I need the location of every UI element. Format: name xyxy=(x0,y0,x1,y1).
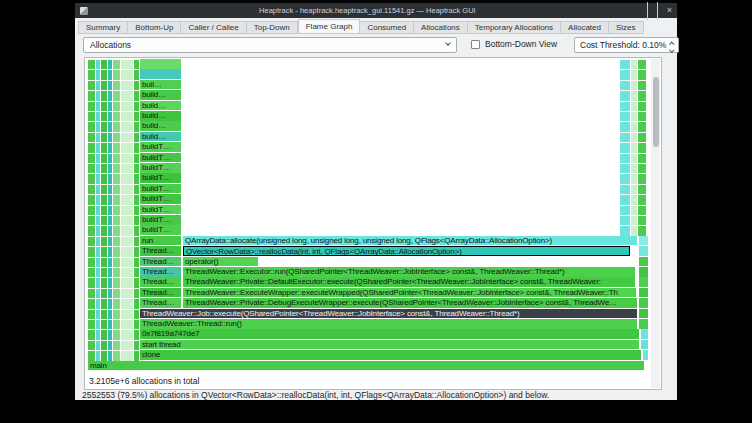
status-bar: 2552553 (79.5%) allocations in QVector<R… xyxy=(75,390,677,400)
minimize-button[interactable] xyxy=(647,2,648,20)
flame-graph-content: buil…build…build…build…build…build…build… xyxy=(88,58,648,389)
minimize-icon xyxy=(647,2,648,20)
flame-frame[interactable]: ThreadWeaver::ExecuteWrapper::executeWra… xyxy=(183,288,636,298)
flame-frame[interactable]: build… xyxy=(140,111,181,121)
flame-frame[interactable]: buildT… xyxy=(140,225,181,235)
flame-frame[interactable] xyxy=(639,309,648,319)
flame-frame[interactable] xyxy=(639,257,648,267)
flame-frame[interactable] xyxy=(639,298,648,308)
flame-frame[interactable]: run xyxy=(140,236,181,246)
flame-frame[interactable]: buil… xyxy=(140,80,181,90)
tab-bottom-up[interactable]: Bottom-Up xyxy=(128,21,181,34)
flame-frame[interactable]: Thread… xyxy=(140,298,181,308)
flame-frame[interactable] xyxy=(639,319,648,329)
flame-frame[interactable]: build… xyxy=(140,132,181,142)
metric-select-value: Allocations xyxy=(90,40,131,50)
flame-frame[interactable]: Thread… xyxy=(140,246,181,256)
flame-frame[interactable]: ThreadWeaver::Executor::run(QSharedPoint… xyxy=(183,267,635,277)
bottom-down-view-control: Bottom-Down View xyxy=(471,39,557,49)
tab-flame-graph[interactable]: Flame Graph xyxy=(298,19,361,34)
flame-total-label: 3.2105e+6 allocations in total xyxy=(89,376,199,386)
flame-frame[interactable]: ThreadWeaver::Thread::run() xyxy=(140,319,637,329)
flame-frame[interactable]: operator() xyxy=(183,257,258,267)
status-text: 2552553 (79.5%) allocations in QVector<R… xyxy=(82,390,549,400)
flame-frame[interactable]: buildT… xyxy=(140,184,181,194)
flame-frame[interactable]: build… xyxy=(140,90,181,100)
flame-frame[interactable]: buildT… xyxy=(140,194,181,204)
flame-column[interactable] xyxy=(638,59,646,236)
flame-frame[interactable]: QArrayData::allocate(unsigned long, unsi… xyxy=(183,236,637,246)
flame-frame[interactable]: buildT… xyxy=(140,205,181,215)
flame-frame[interactable]: build… xyxy=(140,101,181,111)
flame-frame[interactable] xyxy=(641,340,648,350)
flame-frame[interactable]: buildT… xyxy=(140,163,181,173)
tab-bar: SummaryBottom-UpCaller / CalleeTop-DownF… xyxy=(78,19,644,34)
tab-caller-callee[interactable]: Caller / Callee xyxy=(181,21,246,34)
maximize-icon xyxy=(657,2,658,20)
flame-frame[interactable]: buildT… xyxy=(140,215,181,225)
flame-column[interactable] xyxy=(121,59,133,361)
flame-column[interactable] xyxy=(88,59,95,361)
flame-frame[interactable]: main xyxy=(88,361,644,371)
flame-graph-view: buil…build…build…build…build…build…build… xyxy=(84,57,662,390)
chevron-down-icon xyxy=(445,40,451,46)
flame-frame[interactable] xyxy=(140,59,181,69)
flame-column[interactable] xyxy=(620,59,630,236)
cost-threshold-spinbox[interactable]: Cost Threshold: 0.10% xyxy=(574,37,679,53)
tab-top-down[interactable]: Top-Down xyxy=(247,21,298,34)
toolbar: Allocations Bottom-Down View Cost Thresh… xyxy=(83,36,671,54)
maximize-button[interactable] xyxy=(657,2,658,20)
tab-sizes[interactable]: Sizes xyxy=(609,21,644,34)
flame-frame[interactable]: buildT… xyxy=(140,173,181,183)
flame-column[interactable] xyxy=(134,59,139,361)
flame-frame[interactable]: ThreadWeaver::Private::DebugExecuteWrapp… xyxy=(183,298,637,308)
titlebar[interactable]: Heaptrack - heaptrack.heaptrack_gui.1154… xyxy=(75,3,677,18)
flame-frame[interactable] xyxy=(639,246,648,256)
cost-threshold-value: Cost Threshold: 0.10% xyxy=(580,40,666,50)
flame-frame[interactable]: build… xyxy=(140,121,181,131)
bottom-down-view-checkbox[interactable] xyxy=(471,40,480,49)
tab-summary[interactable]: Summary xyxy=(78,21,128,34)
flame-frame[interactable]: ThreadWeaver::Job::execute(QSharedPointe… xyxy=(140,309,637,319)
app-icon xyxy=(80,7,88,15)
flame-frame[interactable]: clone xyxy=(140,350,641,360)
flame-frame[interactable]: 0x7f819a747de7 xyxy=(140,329,639,339)
close-button[interactable]: × xyxy=(667,6,672,15)
flame-frame[interactable]: Thread… xyxy=(140,257,181,267)
flame-column[interactable] xyxy=(631,59,637,236)
flame-column[interactable] xyxy=(96,59,100,361)
flame-frame[interactable] xyxy=(639,288,648,298)
flame-frame[interactable] xyxy=(643,350,648,360)
scrollbar-thumb[interactable] xyxy=(653,77,659,147)
flame-frame[interactable]: ThreadWeaver::Private::DefaultExecutor::… xyxy=(183,277,635,287)
flame-frame[interactable]: buildT… xyxy=(140,142,181,152)
tab-allocated[interactable]: Allocated xyxy=(561,21,609,34)
tab-temporary-allocations[interactable]: Temporary Allocations xyxy=(468,21,561,34)
flame-frame[interactable] xyxy=(639,236,648,246)
flame-frame[interactable]: QVector<RowData>::reallocData(int, int, … xyxy=(183,246,630,256)
flame-column[interactable] xyxy=(101,59,107,361)
heaptrack-window: Heaptrack - heaptrack.heaptrack_gui.1154… xyxy=(75,3,677,400)
window-title: Heaptrack - heaptrack.heaptrack_gui.1154… xyxy=(88,6,647,15)
metric-select[interactable]: Allocations xyxy=(83,37,457,53)
flame-column[interactable] xyxy=(113,59,120,361)
vertical-scrollbar[interactable] xyxy=(651,59,660,388)
flame-frame[interactable]: Thread… xyxy=(140,277,181,287)
bottom-down-view-label: Bottom-Down View xyxy=(485,39,557,49)
flame-frame[interactable]: buildT… xyxy=(140,153,181,163)
flame-column[interactable] xyxy=(108,59,112,361)
tab-consumed[interactable]: Consumed xyxy=(360,21,414,34)
flame-frame[interactable] xyxy=(639,267,648,277)
flame-frame[interactable]: start thread xyxy=(140,340,639,350)
tab-allocations[interactable]: Allocations xyxy=(414,21,468,34)
flame-frame[interactable]: Thread… xyxy=(140,267,181,277)
spinbox-arrows xyxy=(670,41,674,51)
flame-frame[interactable] xyxy=(639,277,648,287)
flame-frame[interactable] xyxy=(140,69,181,79)
flame-frame[interactable] xyxy=(641,329,648,339)
screen-background: Heaptrack - heaptrack.heaptrack_gui.1154… xyxy=(0,0,752,423)
spin-down-icon[interactable] xyxy=(669,47,674,52)
flame-frame[interactable]: Thread… xyxy=(140,288,181,298)
